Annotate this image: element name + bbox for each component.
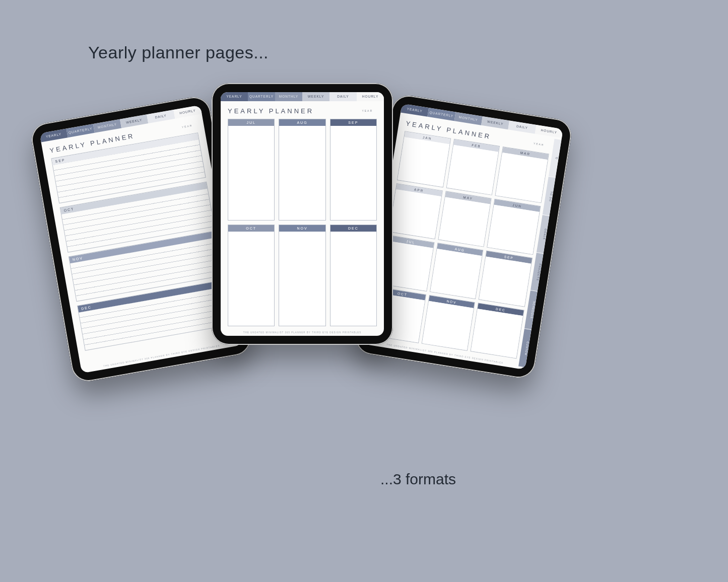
product-heading: Yearly planner pages...	[88, 43, 269, 62]
month-header: SEP	[330, 119, 376, 126]
month-column-oct: OCT	[228, 225, 275, 326]
tab-weekly[interactable]: WEEKLY	[481, 116, 509, 129]
tab-quarterly[interactable]: QUARTERLY	[67, 124, 95, 137]
month-cell-sep: SEP	[479, 250, 533, 307]
year-label: YEAR	[362, 109, 373, 112]
tab-yearly[interactable]: YEARLY	[401, 104, 429, 117]
tab-bar: YEARLY QUARTERLY MONTHLY WEEKLY DAILY HO…	[221, 92, 384, 101]
tab-daily[interactable]: DAILY	[147, 110, 175, 123]
tab-yearly[interactable]: YEARLY	[39, 128, 68, 142]
tab-monthly[interactable]: MONTHLY	[454, 112, 483, 125]
month-cell-jun: JUN	[487, 198, 541, 255]
tab-hourly[interactable]: HOURLY	[535, 125, 563, 138]
tab-daily[interactable]: DAILY	[508, 120, 536, 133]
month-header: JUL	[228, 119, 274, 126]
footnote: THE UNDATED MINIMALIST 365 PLANNER BY TH…	[221, 329, 384, 336]
page-title: YEARLY PLANNER	[228, 107, 377, 115]
month-header: NOV	[279, 225, 325, 232]
month-cell-aug: AUG	[430, 243, 484, 299]
product-footer: ...3 formats	[380, 471, 456, 488]
month-cell-may: MAY	[438, 191, 492, 247]
tab-hourly[interactable]: HOURLY	[357, 92, 384, 101]
month-header: AUG	[279, 119, 325, 126]
tab-yearly[interactable]: YEARLY	[221, 92, 248, 101]
tab-daily[interactable]: DAILY	[329, 92, 357, 101]
month-column-jul: JUL	[228, 119, 275, 221]
tablet-format-2: YEARLY QUARTERLY MONTHLY WEEKLY DAILY HO…	[212, 83, 393, 345]
month-column-aug: AUG	[279, 119, 325, 221]
month-cell-feb: FEB	[446, 139, 500, 195]
tab-hourly[interactable]: HOURLY	[173, 105, 202, 119]
month-cell-dec: DEC	[471, 303, 524, 359]
month-column-dec: DEC	[330, 225, 377, 326]
tab-monthly[interactable]: MONTHLY	[275, 92, 302, 101]
tab-quarterly[interactable]: QUARTERLY	[427, 108, 455, 121]
month-column-sep: SEP	[330, 119, 377, 221]
month-cell-apr: APR	[389, 183, 443, 239]
month-cell-jan: JAN	[397, 131, 451, 187]
month-cell-mar: MAR	[495, 147, 549, 203]
tab-weekly[interactable]: WEEKLY	[302, 92, 329, 101]
tab-quarterly[interactable]: QUARTERLY	[248, 92, 275, 101]
tab-monthly[interactable]: MONTHLY	[93, 119, 121, 133]
month-header: DEC	[330, 225, 376, 232]
month-header: OCT	[228, 225, 274, 232]
tab-weekly[interactable]: WEEKLY	[120, 114, 148, 128]
month-column-nov: NOV	[279, 225, 325, 326]
month-cell-nov: NOV	[421, 295, 475, 351]
